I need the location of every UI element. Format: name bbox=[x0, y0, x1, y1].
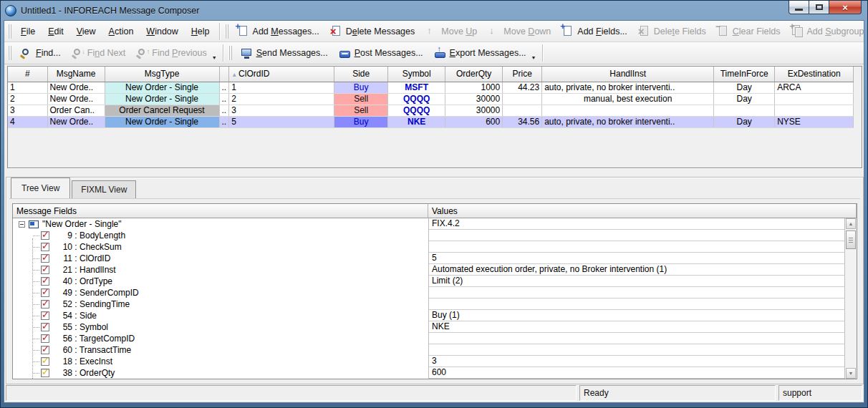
tree-field-row[interactable]: ✓38 : OrderQty bbox=[13, 367, 428, 379]
vertical-scrollbar[interactable]: ▲ ▼ bbox=[844, 218, 857, 379]
tree-field-row[interactable]: ✓18 : ExecInst bbox=[13, 356, 428, 367]
export-messages-button[interactable]: ↑Export Messages... bbox=[428, 45, 531, 62]
tree-field-row[interactable]: ✓55 : Symbol bbox=[13, 321, 428, 333]
column-header-Price[interactable]: Price bbox=[503, 67, 542, 82]
value-cell[interactable]: Buy (1) bbox=[429, 310, 844, 321]
required-checkbox-icon[interactable]: ✓ bbox=[41, 300, 49, 309]
menu-help[interactable]: Help bbox=[185, 23, 216, 40]
table-cell[interactable]: NKE bbox=[388, 116, 445, 127]
add-messages-button[interactable]: +Add Messages... bbox=[231, 23, 324, 39]
toolbar-grip[interactable] bbox=[228, 46, 233, 60]
tree-field-row[interactable]: ✓10 : CheckSum bbox=[13, 241, 428, 253]
menu-view[interactable]: View bbox=[70, 23, 102, 40]
values-column-header[interactable]: Values bbox=[428, 204, 857, 218]
table-cell[interactable]: 34.56 bbox=[503, 116, 542, 127]
required-checkbox-icon[interactable]: ✓ bbox=[41, 254, 49, 263]
scrollbar-thumb[interactable] bbox=[846, 230, 856, 249]
table-cell[interactable]: Sell bbox=[334, 105, 388, 116]
tree-field-row[interactable]: ✓56 : TargetCompID bbox=[13, 333, 428, 344]
table-cell[interactable]: 1000 bbox=[445, 82, 503, 93]
table-cell[interactable]: auto, private, no broker interventi.. bbox=[542, 116, 714, 127]
optional-checkbox-icon[interactable]: ✓ bbox=[41, 369, 49, 377]
table-cell[interactable]: ARCA bbox=[775, 82, 854, 93]
column-header-MsgType[interactable]: MsgType bbox=[105, 67, 219, 82]
table-cell[interactable]: 600 bbox=[445, 116, 503, 127]
tree-field-row[interactable]: ✓60 : TransactTime bbox=[13, 344, 428, 356]
table-row[interactable]: 4New Orde..New Order - Single..5BuyNKE60… bbox=[8, 116, 854, 127]
table-cell[interactable]: 44.23 bbox=[503, 82, 542, 93]
minimize-button[interactable] bbox=[789, 1, 809, 14]
scroll-down-button[interactable]: ▼ bbox=[846, 368, 856, 379]
table-cell[interactable]: MSFT bbox=[388, 82, 445, 93]
table-cell[interactable]: Sell bbox=[334, 93, 388, 105]
required-checkbox-icon[interactable]: ✓ bbox=[41, 323, 49, 331]
value-cell[interactable] bbox=[429, 298, 844, 310]
toolbar-grip[interactable] bbox=[225, 24, 229, 39]
table-cell[interactable]: New Orde.. bbox=[47, 116, 105, 127]
message-fields-column-header[interactable]: Message Fields bbox=[13, 204, 428, 218]
table-cell[interactable] bbox=[714, 105, 775, 116]
value-cell[interactable]: NKE bbox=[429, 321, 844, 333]
table-cell[interactable]: NYSE bbox=[775, 116, 854, 127]
table-cell[interactable]: Order Cancel Request bbox=[105, 105, 219, 116]
value-cell[interactable]: 600 bbox=[429, 367, 844, 379]
value-cell[interactable]: Automated execution order, private, no B… bbox=[429, 264, 844, 276]
table-cell[interactable]: .. bbox=[219, 105, 229, 116]
table-cell[interactable]: auto, private, no broker interventi.. bbox=[542, 82, 714, 93]
required-checkbox-icon[interactable]: ✓ bbox=[41, 334, 49, 343]
table-cell[interactable]: manual, best execution bbox=[542, 93, 714, 105]
close-button[interactable]: × bbox=[829, 1, 862, 14]
table-cell[interactable]: Day bbox=[714, 93, 775, 105]
table-cell[interactable]: 30000 bbox=[445, 93, 503, 105]
tree-field-row[interactable]: ✓49 : SenderCompID bbox=[13, 287, 428, 298]
value-cell[interactable] bbox=[429, 333, 844, 344]
table-cell[interactable]: .. bbox=[219, 116, 229, 127]
table-cell[interactable]: 5 bbox=[229, 116, 334, 127]
required-checkbox-icon[interactable]: ✓ bbox=[41, 266, 49, 274]
column-header-MsgName[interactable]: MsgName bbox=[47, 67, 105, 82]
table-cell[interactable] bbox=[542, 105, 714, 116]
table-cell[interactable]: New Order - Single bbox=[105, 82, 219, 93]
table-cell[interactable]: Buy bbox=[334, 116, 388, 127]
optional-checkbox-icon[interactable]: ✓ bbox=[41, 357, 49, 366]
value-cell[interactable] bbox=[429, 344, 844, 356]
required-checkbox-icon[interactable]: ✓ bbox=[41, 277, 49, 286]
table-cell[interactable]: 4 bbox=[8, 116, 47, 127]
table-cell[interactable]: Order Can.. bbox=[47, 105, 105, 116]
table-cell[interactable]: New Order - Single bbox=[105, 93, 219, 105]
value-cell[interactable]: 3 bbox=[429, 356, 844, 367]
column-header-spacer[interactable] bbox=[219, 67, 229, 82]
value-cell[interactable] bbox=[429, 230, 844, 241]
required-checkbox-icon[interactable]: ✓ bbox=[41, 288, 49, 297]
table-cell[interactable]: 1 bbox=[229, 82, 334, 93]
required-checkbox-icon[interactable]: ✓ bbox=[41, 311, 49, 320]
table-cell[interactable]: .. bbox=[219, 82, 229, 93]
menu-file[interactable]: File bbox=[14, 23, 42, 40]
table-row[interactable]: 1New Orde..New Order - Single..1BuyMSFT1… bbox=[8, 82, 854, 93]
find-dropdown-arrow-icon[interactable]: ▼ bbox=[212, 55, 217, 60]
column-header-Symbol[interactable]: Symbol bbox=[388, 67, 445, 82]
table-cell[interactable]: QQQQ bbox=[388, 105, 445, 116]
table-cell[interactable]: QQQQ bbox=[388, 93, 445, 105]
column-header-#[interactable]: # bbox=[8, 67, 47, 82]
table-cell[interactable]: .. bbox=[219, 93, 229, 105]
table-cell[interactable]: New Orde.. bbox=[47, 82, 105, 93]
maximize-button[interactable] bbox=[809, 1, 829, 14]
required-checkbox-icon[interactable]: ✓ bbox=[41, 243, 49, 251]
title-bar[interactable]: Untitled1 - INFOREACH Message Composer bbox=[5, 1, 774, 20]
menu-action[interactable]: Action bbox=[102, 23, 140, 40]
tree-field-row[interactable]: ✓52 : SendingTime bbox=[13, 298, 428, 310]
table-cell[interactable]: Day bbox=[714, 82, 775, 93]
post-messages-button[interactable]: Post Messages... bbox=[333, 45, 428, 62]
tab-tree-view[interactable]: Tree View bbox=[11, 178, 70, 198]
column-header-ClOrdID[interactable]: ▲ClOrdID bbox=[229, 67, 334, 82]
add-fields-button[interactable]: +Add Fields... bbox=[556, 23, 632, 39]
column-header-TimeInForce[interactable]: TimeInForce bbox=[714, 67, 775, 82]
table-cell[interactable] bbox=[503, 105, 542, 116]
send-messages-button[interactable]: Send Messages... bbox=[235, 45, 333, 62]
tab-fixml-view[interactable]: FIXML View bbox=[72, 180, 136, 198]
tree-field-row[interactable]: ✓21 : HandlInst bbox=[13, 264, 428, 276]
table-cell[interactable] bbox=[775, 105, 854, 116]
table-cell[interactable]: 2 bbox=[8, 93, 47, 105]
table-cell[interactable] bbox=[775, 93, 854, 105]
